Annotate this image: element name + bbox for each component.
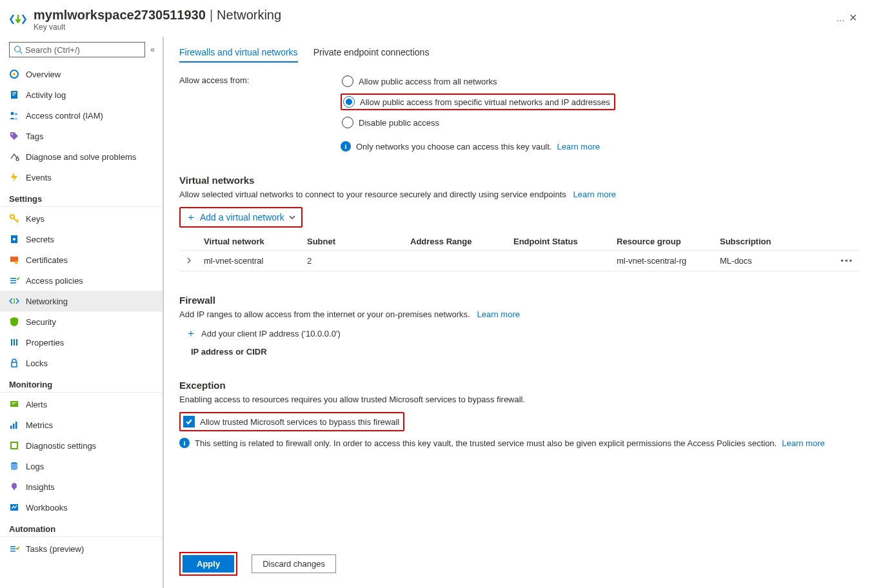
bypass-firewall-checkbox[interactable]: Allow trusted Microsoft services to bypa… (181, 413, 403, 430)
cell-sub: ML-docs (715, 251, 833, 271)
svg-text:i: i (183, 439, 185, 447)
sidebar-item-events[interactable]: Events (0, 167, 163, 188)
sidebar-item-access-policies[interactable]: Access policies (0, 270, 163, 291)
tab-firewalls[interactable]: Firewalls and virtual networks (179, 47, 298, 63)
sidebar-item-insights[interactable]: Insights (0, 476, 163, 497)
svg-rect-7 (12, 93, 16, 94)
radio-label: Disable public access (359, 118, 439, 128)
search-input[interactable]: Search (Ctrl+/) (9, 42, 145, 57)
sidebar-item-overview[interactable]: Overview (0, 64, 163, 84)
sidebar-item-workbooks[interactable]: Workbooks (0, 497, 163, 518)
info-icon: i (179, 438, 190, 448)
iam-icon (9, 110, 19, 121)
networking-icon (9, 296, 19, 306)
sidebar-item-security[interactable]: Security (0, 311, 163, 332)
add-vnet-label: Add a virtual network (200, 212, 284, 222)
sidebar-item-diag[interactable]: Diagnostic settings (0, 435, 163, 456)
plus-icon: ＋ (186, 327, 196, 340)
apply-button[interactable]: Apply (183, 555, 234, 573)
discard-button[interactable]: Discard changes (252, 554, 336, 573)
sidebar-item-label: Properties (26, 338, 64, 348)
plus-icon: ＋ (186, 212, 196, 222)
svg-rect-8 (12, 95, 15, 95)
sidebar-item-iam[interactable]: Access control (IAM) (0, 105, 163, 126)
sidebar-item-networking[interactable]: Networking (0, 291, 163, 311)
svg-rect-21 (10, 280, 16, 282)
add-vnet-button[interactable]: ＋ Add a virtual network (181, 208, 301, 226)
access-info: i Only networks you choose can access th… (341, 141, 615, 152)
add-client-ip-button[interactable]: ＋ Add your client IP address ('10.0.0.0'… (186, 327, 859, 340)
vnets-desc: Allow selected virtual networks to conne… (179, 190, 859, 199)
svg-point-12 (16, 158, 19, 161)
svg-rect-40 (10, 551, 15, 552)
sidebar-item-certs[interactable]: Certificates (0, 250, 163, 270)
sidebar-item-diagnose[interactable]: Diagnose and solve problems (0, 146, 163, 167)
expand-row-icon[interactable] (179, 251, 199, 271)
sidebar-item-label: Networking (26, 297, 68, 306)
tab-private-endpoint[interactable]: Private endpoint connections (313, 47, 430, 63)
col-rg: Resource group (611, 233, 715, 251)
insights-icon (9, 482, 19, 492)
sidebar-item-label: Insights (26, 482, 55, 492)
learn-more-link[interactable]: Learn more (477, 309, 519, 319)
radio-disable-access[interactable]: Disable public access (341, 115, 615, 130)
content: Firewalls and virtual networks Private e… (163, 37, 874, 588)
cell-range (405, 251, 508, 271)
sidebar-item-locks[interactable]: Locks (0, 353, 163, 373)
chevron-down-icon (288, 213, 296, 221)
close-icon[interactable]: ✕ (846, 9, 860, 26)
svg-point-11 (12, 133, 13, 135)
keys-icon (9, 213, 19, 224)
sidebar: Search (Ctrl+/) « OverviewActivity logAc… (0, 37, 163, 588)
table-row[interactable]: ml-vnet-scentral2ml-vnet-scentral-rgML-d… (179, 251, 859, 271)
sidebar-section-heading: Automation (0, 518, 163, 537)
cell-status (508, 251, 611, 271)
secrets-icon (9, 234, 19, 244)
svg-rect-35 (12, 443, 17, 448)
sidebar-item-label: Tasks (preview) (26, 544, 84, 554)
tags-icon (9, 131, 19, 141)
info-text: This setting is related to firewall only… (195, 438, 777, 448)
svg-rect-26 (16, 339, 17, 346)
learn-more-link[interactable]: Learn more (782, 438, 824, 448)
sidebar-section-heading: Settings (0, 188, 163, 207)
page-name: Networking (217, 8, 281, 23)
sidebar-item-alerts[interactable]: Alerts (0, 394, 163, 415)
firewall-desc: Add IP ranges to allow access from the i… (179, 309, 859, 319)
svg-point-10 (15, 113, 17, 115)
col-sub: Subscription (715, 233, 833, 251)
cell-rg: ml-vnet-scentral-rg (611, 251, 715, 271)
col-status: Endpoint Status (508, 233, 611, 251)
collapse-sidebar-icon[interactable]: « (150, 45, 155, 54)
info-text: Only networks you choose can access this… (356, 142, 551, 152)
more-menu-icon[interactable]: … (836, 13, 846, 23)
radio-selected-networks[interactable]: Allow public access from specific virtua… (341, 93, 615, 110)
overview-icon (9, 69, 19, 79)
page-title: mymlworkspace2730511930 | Networking (34, 8, 827, 23)
sidebar-item-properties[interactable]: Properties (0, 332, 163, 353)
radio-icon (343, 96, 355, 108)
sidebar-item-logs[interactable]: Logs (0, 456, 163, 476)
properties-icon (9, 337, 19, 348)
ip-cidr-header: IP address or CIDR (191, 347, 859, 357)
sidebar-item-tasks[interactable]: Tasks (preview) (0, 538, 163, 559)
svg-rect-39 (10, 549, 15, 550)
radio-all-networks[interactable]: Allow public access from all networks (341, 74, 615, 88)
sidebar-item-label: Secrets (26, 235, 54, 244)
col-subnet: Subnet (302, 233, 405, 251)
svg-rect-33 (15, 422, 17, 429)
radio-label: Allow public access from specific virtua… (360, 97, 610, 107)
sidebar-item-label: Alerts (26, 400, 47, 409)
sidebar-item-metrics[interactable]: Metrics (0, 415, 163, 435)
row-more-icon[interactable]: ••• (833, 251, 859, 271)
sidebar-item-tags[interactable]: Tags (0, 126, 163, 146)
search-icon (14, 45, 23, 54)
svg-point-4 (13, 73, 15, 75)
sidebar-item-secrets[interactable]: Secrets (0, 229, 163, 250)
learn-more-link[interactable]: Learn more (557, 142, 599, 152)
learn-more-link[interactable]: Learn more (573, 190, 616, 199)
sidebar-item-keys[interactable]: Keys (0, 208, 163, 229)
svg-point-19 (15, 261, 18, 264)
sidebar-item-label: Diagnostic settings (26, 441, 96, 451)
sidebar-item-activity[interactable]: Activity log (0, 84, 163, 105)
